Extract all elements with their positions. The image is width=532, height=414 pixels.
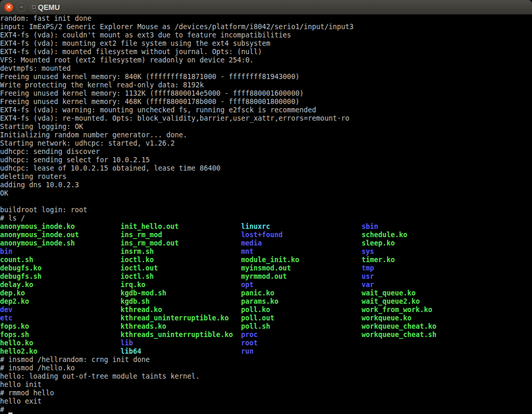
console-line: VFS: Mounted root (ext2 filesystem) read… — [0, 56, 532, 64]
minimize-button[interactable]: − — [17, 3, 26, 12]
file-entry: wait_queue.ko — [362, 289, 416, 297]
console-line: # insmod /hello.ko — [0, 364, 532, 372]
file-entry: debugfs.ko — [0, 264, 42, 273]
file-entry: anonymous_inode.ko — [0, 223, 75, 231]
title-bar[interactable]: ✕ − ▢ QEMU — [0, 0, 532, 15]
prompt-line: # — [0, 406, 532, 414]
ls-output-row: hello2.kolib64run — [0, 347, 532, 356]
dir-entry: bin — [0, 248, 12, 256]
file-entry: poll.out — [241, 314, 274, 322]
console-line: EXT4-fs (vda): couldn't mount as ext3 du… — [0, 31, 532, 40]
ls-output-row: fops.kokthreads.kopoll.shworkqueue_cheat… — [0, 322, 532, 331]
ls-output-row: hello.kolibroot — [0, 339, 532, 347]
dir-entry: sys — [362, 248, 374, 256]
console-line: EXT4-fs (vda): re-mounted. Opts: block_v… — [0, 114, 532, 123]
file-entry: ioctl.out — [121, 264, 158, 273]
file-entry: panic.ko — [241, 289, 274, 297]
close-button[interactable]: ✕ — [4, 3, 14, 12]
file-entry: workqueue_cheat.sh — [362, 331, 436, 339]
dir-entry: opt — [241, 281, 254, 289]
console-line — [0, 198, 532, 206]
ls-output-row: etckthread_uninterruptible.kopoll.outwor… — [0, 314, 532, 322]
maximize-button[interactable]: ▢ — [29, 3, 38, 12]
console-line: udhcpc: lease of 10.0.2.15 obtained, lea… — [0, 164, 532, 173]
ls-output-row: anonymous_inode.koinit_hello.outlinuxrcs… — [0, 223, 532, 231]
console-line: devtmpfs: mounted — [0, 64, 532, 73]
file-entry: dep2.ko — [0, 297, 29, 306]
dir-entry: proc — [241, 331, 258, 339]
console-line: adding dns 10.0.2.3 — [0, 181, 532, 189]
dir-entry: tmp — [362, 264, 374, 273]
file-entry: workqueue_cheat.ko — [362, 322, 436, 331]
file-entry: ins_rm_mod — [121, 231, 162, 239]
dir-entry: root — [241, 339, 258, 347]
console-line: # ls / — [0, 214, 532, 223]
file-entry: anonymous_inode.sh — [0, 239, 75, 248]
console-line: udhcpc: sending discover — [0, 148, 532, 156]
file-entry: init_hello.out — [121, 223, 179, 231]
console-line: input: ImExPS/2 Generic Explorer Mouse a… — [0, 23, 532, 31]
file-entry: fops.ko — [0, 322, 29, 331]
console-line: # insmod /hellrandom: crng init done — [0, 356, 532, 364]
symlink-entry: linuxrc — [241, 223, 270, 231]
file-entry: ioctl.sh — [121, 273, 154, 281]
file-entry: kthreads_uninterruptible.ko — [121, 331, 233, 339]
file-entry: kthread.ko — [121, 306, 162, 314]
file-entry: work_from_work.ko — [362, 306, 432, 314]
console-line: EXT4-fs (vda): mounting ext2 file system… — [0, 40, 532, 48]
file-entry: ins_rm_mod.out — [121, 239, 179, 248]
file-entry: insrm.sh — [121, 248, 154, 256]
ls-output-row: anonymous_inode.outins_rm_modlost+founds… — [0, 231, 532, 239]
ls-output-row: fops.shkthreads_uninterruptible.koprocwo… — [0, 331, 532, 339]
file-entry: module_init.ko — [241, 256, 299, 264]
file-entry: anonymous_inode.out — [0, 231, 79, 239]
console-line: hello exit — [0, 397, 532, 406]
close-icon: ✕ — [6, 4, 11, 10]
dir-entry: run — [241, 347, 254, 356]
maximize-icon: ▢ — [32, 5, 36, 9]
file-entry: kthreads.ko — [121, 322, 166, 331]
console-line: OK — [0, 189, 532, 198]
console-line: hello init — [0, 381, 532, 389]
file-entry: myrmmod.out — [241, 273, 287, 281]
ls-output-row: dep2.kokgdb.shparams.kowait_queue2.ko — [0, 297, 532, 306]
file-entry: dep.ko — [0, 289, 25, 297]
file-entry: workqueue.ko — [362, 314, 411, 322]
ls-output-row: bininsrm.shmntsys — [0, 248, 532, 256]
console-line: Starting logging: OK — [0, 123, 532, 131]
file-entry: kgdb-mod.sh — [121, 289, 166, 297]
file-entry: delay.ko — [0, 281, 33, 289]
console-line: # rmmod hello — [0, 389, 532, 397]
file-entry: ioctl.ko — [121, 256, 154, 264]
file-entry: hello.ko — [0, 339, 33, 347]
file-entry: debugfs.sh — [0, 273, 42, 281]
dir-entry: lib — [121, 339, 133, 347]
console-line: random: fast init done — [0, 15, 532, 23]
console-line: Starting network: udhcpc: started, v1.26… — [0, 139, 532, 148]
ls-output-row: devkthread.kopoll.kowork_from_work.ko — [0, 306, 532, 314]
dir-entry: dev — [0, 306, 12, 314]
dir-entry: usr — [362, 273, 374, 281]
symlink-entry: lib64 — [121, 347, 141, 356]
dir-entry: var — [362, 281, 374, 289]
terminal-cursor — [8, 406, 12, 414]
dir-entry: etc — [0, 314, 12, 322]
file-entry: hello2.ko — [0, 347, 37, 356]
console-line: Freeing unused kernel memory: 468K (ffff… — [0, 98, 532, 106]
console-line: deleting routers — [0, 173, 532, 181]
dir-entry: sbin — [362, 223, 378, 231]
console-line: EXT4-fs (vda): mounted filesystem withou… — [0, 48, 532, 56]
file-entry: poll.ko — [241, 306, 270, 314]
file-entry: myinsmod.out — [241, 264, 291, 273]
qemu-window: ✕ − ▢ QEMU random: fast init doneinput: … — [0, 0, 532, 414]
console-line: hello: loading out-of-tree module taints… — [0, 372, 532, 381]
file-entry: timer.ko — [362, 256, 395, 264]
file-entry: params.ko — [241, 297, 278, 306]
console-line: buildroot login: root — [0, 206, 532, 214]
ls-output-row: debugfs.shioctl.shmyrmmod.outusr — [0, 273, 532, 281]
file-entry: kthread_uninterruptible.ko — [121, 314, 229, 322]
terminal-console[interactable]: random: fast init doneinput: ImExPS/2 Ge… — [0, 15, 532, 414]
console-line: udhcpc: sending select for 10.0.2.15 — [0, 156, 532, 164]
console-line: Freeing unused kernel memory: 1132K (fff… — [0, 89, 532, 98]
dir-entry: lost+found — [241, 231, 283, 239]
